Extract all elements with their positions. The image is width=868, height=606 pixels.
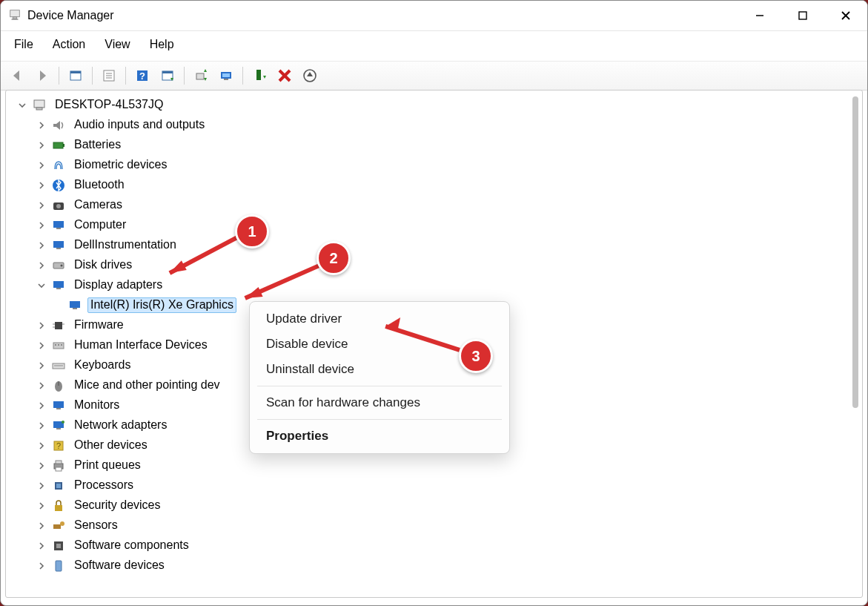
tree-item-biometric[interactable]: Biometric devices xyxy=(12,155,849,175)
svg-marker-34 xyxy=(53,121,60,130)
nav-back-button[interactable] xyxy=(7,65,27,86)
tree-item-dell[interactable]: DellInstrumentation xyxy=(12,235,849,255)
tree-item-security[interactable]: Security devices xyxy=(12,495,849,516)
chevron-right-icon[interactable] xyxy=(34,418,49,433)
toolbar-separator xyxy=(59,67,59,85)
chevron-right-icon[interactable] xyxy=(34,118,49,133)
chevron-right-icon[interactable] xyxy=(34,398,49,413)
tree-item-disk[interactable]: Disk drives xyxy=(12,255,849,275)
titlebar: Device Manager xyxy=(1,1,867,31)
svg-rect-35 xyxy=(53,142,63,148)
chevron-right-icon[interactable] xyxy=(34,438,49,453)
update-driver-button[interactable] xyxy=(191,65,211,86)
chevron-right-icon[interactable] xyxy=(34,458,49,473)
show-hidden-button[interactable] xyxy=(65,65,86,86)
tree-item-audio[interactable]: Audio inputs and outputs xyxy=(12,115,849,135)
svg-rect-33 xyxy=(36,108,42,110)
menu-scan-hardware[interactable]: Scan for hardware changes xyxy=(250,390,509,415)
chevron-right-icon[interactable] xyxy=(34,539,49,553)
chevron-right-icon[interactable] xyxy=(34,138,49,153)
tree-item-bluetooth[interactable]: Bluetooth xyxy=(12,175,849,195)
tree-item-batteries[interactable]: Batteries xyxy=(12,135,849,155)
uninstall-device-button[interactable] xyxy=(299,65,320,86)
menu-separator xyxy=(257,386,502,386)
chevron-right-icon[interactable] xyxy=(34,518,49,533)
disable-device-button[interactable] xyxy=(274,65,295,86)
svg-rect-47 xyxy=(56,288,61,289)
tree-item-sw-components[interactable]: Software components xyxy=(12,536,849,556)
computer-icon xyxy=(31,97,47,113)
tree-item-label: Monitors xyxy=(71,398,122,412)
menu-action[interactable]: Action xyxy=(50,36,88,53)
cpu-icon xyxy=(50,478,67,494)
svg-rect-40 xyxy=(53,221,64,228)
svg-rect-1 xyxy=(13,16,16,19)
action-button[interactable] xyxy=(157,65,178,86)
minimize-button[interactable] xyxy=(738,1,781,30)
monitor-icon xyxy=(50,398,67,414)
vertical-scrollbar[interactable] xyxy=(850,93,861,594)
chevron-right-icon[interactable] xyxy=(34,158,49,173)
svg-point-67 xyxy=(62,421,64,424)
svg-rect-80 xyxy=(56,561,62,571)
tree-item-label: Processors xyxy=(71,478,136,493)
svg-rect-4 xyxy=(799,12,806,19)
toolbar: ? xyxy=(1,62,867,90)
chevron-down-icon[interactable] xyxy=(15,98,30,113)
menu-update-driver[interactable]: Update driver xyxy=(250,306,509,332)
tree-item-sensors[interactable]: Sensors xyxy=(12,516,849,536)
scroll-thumb[interactable] xyxy=(852,96,858,408)
chip-icon xyxy=(50,317,67,334)
window-title: Device Manager xyxy=(27,9,114,22)
tree-item-label: Network adapters xyxy=(71,418,170,432)
chevron-right-icon[interactable] xyxy=(34,198,49,213)
scan-hardware-button[interactable] xyxy=(216,65,236,86)
toolbar-separator xyxy=(242,67,243,85)
bluetooth-icon xyxy=(50,177,67,194)
battery-icon xyxy=(50,137,67,154)
menu-view[interactable]: View xyxy=(102,36,133,53)
menu-properties[interactable]: Properties xyxy=(250,424,509,449)
menubar: File Action View Help xyxy=(1,31,867,62)
chevron-right-icon[interactable] xyxy=(34,238,49,253)
tree-item-label: Security devices xyxy=(71,498,164,513)
chevron-right-icon[interactable] xyxy=(34,378,49,393)
chevron-down-icon[interactable] xyxy=(34,278,49,293)
enable-device-button[interactable] xyxy=(249,65,270,86)
tree-item-print[interactable]: Print queues xyxy=(12,455,849,475)
chevron-right-icon[interactable] xyxy=(34,178,49,193)
tree-root[interactable]: DESKTOP-4L537JQ xyxy=(12,95,849,115)
chevron-right-icon[interactable] xyxy=(34,258,49,273)
chevron-right-icon[interactable] xyxy=(34,218,49,233)
tree-item-label: Sensors xyxy=(71,518,121,533)
svg-rect-0 xyxy=(10,10,20,16)
tree-item-display-adapters[interactable]: Display adapters xyxy=(12,275,849,295)
monitor-icon xyxy=(67,297,83,314)
chevron-right-icon[interactable] xyxy=(34,498,49,513)
menu-file[interactable]: File xyxy=(11,36,36,53)
tree-item-label: Intel(R) Iris(R) Xe Graphics xyxy=(87,297,236,312)
tree-item-label: Software devices xyxy=(71,558,168,573)
svg-rect-57 xyxy=(58,344,59,346)
chevron-right-icon[interactable] xyxy=(34,559,49,573)
chevron-right-icon[interactable] xyxy=(34,358,49,373)
maximize-button[interactable] xyxy=(781,1,824,30)
tree-item-computer[interactable]: Computer xyxy=(12,215,849,235)
nav-forward-button[interactable] xyxy=(32,65,53,86)
properties-button[interactable] xyxy=(99,65,119,86)
printer-icon xyxy=(50,458,67,474)
monitor-icon xyxy=(50,277,67,294)
svg-rect-42 xyxy=(53,241,64,248)
chevron-right-icon[interactable] xyxy=(34,478,49,493)
chevron-right-icon[interactable] xyxy=(34,338,49,353)
tree-item-cameras[interactable]: Cameras xyxy=(12,195,849,215)
close-button[interactable] xyxy=(824,1,867,30)
tree-item-sw-devices[interactable]: Software devices xyxy=(12,556,849,576)
tree-item-processors[interactable]: Processors xyxy=(12,475,849,495)
svg-marker-7 xyxy=(13,70,19,81)
svg-rect-10 xyxy=(70,71,81,73)
menu-help[interactable]: Help xyxy=(147,36,177,53)
help-button[interactable]: ? xyxy=(132,65,153,86)
chevron-right-icon[interactable] xyxy=(34,318,49,333)
svg-rect-63 xyxy=(53,401,64,408)
